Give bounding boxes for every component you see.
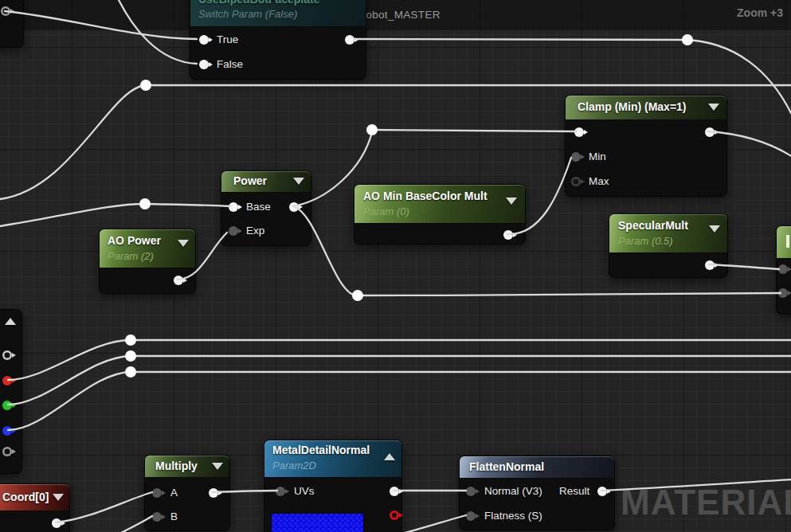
false-input-pin[interactable]	[199, 60, 209, 69]
output-pin[interactable]	[209, 488, 218, 498]
node-header[interactable]: AO Power Param (2)	[100, 229, 195, 268]
red-output-pin[interactable]	[2, 376, 12, 385]
node-header[interactable]: UseBipedBotFaceplate Switch Param (False…	[190, 0, 366, 27]
uvs-input-pin[interactable]	[276, 487, 285, 496]
node-subtitle: Param (2)	[108, 250, 154, 262]
node-specular-mult[interactable]: SpecularMult Param (0.5)	[609, 213, 728, 278]
output-pin[interactable]	[705, 127, 715, 137]
node-flatten-normal[interactable]: FlattenNormal Normal (V3) Result Flatnes…	[459, 456, 615, 530]
min-input-pin[interactable]	[571, 152, 581, 162]
node-header[interactable]: Coord[0]	[0, 484, 69, 511]
node-title: Multiply	[155, 460, 198, 472]
true-input-pin[interactable]	[199, 35, 209, 45]
clipped-title-fragment	[786, 235, 789, 248]
material-graph-canvas[interactable]: M_Robot_MASTER Zoom +3 MATERIAL UseBiped…	[0, 0, 791, 532]
pin-label-b: B	[170, 510, 178, 522]
result-output-pin[interactable]	[597, 487, 607, 496]
node-title: Power	[233, 174, 267, 187]
output-pin[interactable]	[174, 276, 183, 285]
node-title: UseBipedBotFaceplate	[198, 0, 319, 6]
node-multiply[interactable]: Multiply A B	[144, 455, 230, 531]
pin-label-false: False	[217, 58, 243, 70]
node-subtitle: Param2D	[272, 460, 316, 471]
node-subtitle: Switch Param (False)	[198, 8, 297, 20]
node-subtitle: Param (0.5)	[618, 235, 673, 247]
rgb-output-pin[interactable]	[2, 350, 12, 360]
pin-label-result: Result	[559, 485, 589, 497]
base-input-pin[interactable]	[229, 202, 238, 212]
node-header[interactable]	[777, 226, 791, 259]
output-pin[interactable]	[705, 260, 715, 270]
node-ao-power[interactable]: AO Power Param (2)	[99, 229, 196, 294]
green-output-pin[interactable]	[2, 401, 12, 410]
normal-input-pin[interactable]	[466, 487, 476, 496]
node-header[interactable]: Clamp (Min) (Max=1)	[566, 96, 726, 120]
node-subtitle: Param (0)	[363, 205, 409, 217]
node-header[interactable]: MetalDetailNormal Param2D	[264, 440, 401, 478]
flatness-input-pin[interactable]	[466, 511, 476, 521]
output-pin[interactable]	[52, 518, 61, 528]
a-input-pin[interactable]	[152, 488, 162, 498]
dropdown-arrow-icon[interactable]	[708, 104, 719, 111]
node-power[interactable]: Power Base Exp	[221, 170, 311, 246]
pin-label-max: Max	[589, 175, 609, 187]
output-pin[interactable]	[345, 35, 354, 45]
dropdown-arrow-icon[interactable]	[53, 494, 64, 501]
node-switch-param[interactable]: UseBipedBotFaceplate Switch Param (False…	[190, 0, 366, 80]
pin-label-base: Base	[246, 201, 271, 213]
dropdown-arrow-icon[interactable]	[709, 225, 720, 233]
collapse-arrow-icon[interactable]	[5, 318, 16, 325]
dropdown-arrow-icon[interactable]	[293, 178, 304, 185]
pin-label-exp: Exp	[246, 225, 264, 237]
node-title: Coord[0]	[2, 491, 49, 503]
node-clamp[interactable]: Clamp (Min) (Max=1) Min Max	[565, 95, 727, 197]
output-pin[interactable]	[503, 230, 513, 240]
node-texcoord[interactable]: Coord[0]	[0, 483, 70, 532]
output-pin[interactable]	[390, 487, 399, 496]
dropdown-arrow-icon[interactable]	[212, 463, 223, 470]
node-texture-sample[interactable]	[0, 309, 22, 474]
pin-label-normal: Normal (V3)	[484, 485, 542, 497]
collapse-arrow-icon[interactable]	[384, 453, 395, 460]
max-input-pin[interactable]	[571, 177, 581, 186]
node-metal-detail-normal[interactable]: MetalDetailNormal Param2D UVs	[264, 440, 402, 532]
input-pin-2[interactable]	[778, 288, 788, 298]
node-title: AO Min BaseColor Mult	[363, 190, 488, 202]
node-topleft-partial[interactable]	[0, 0, 24, 48]
dropdown-arrow-icon[interactable]	[178, 240, 189, 247]
output-pin[interactable]	[289, 202, 299, 212]
pin-label-uvs: UVs	[294, 485, 315, 497]
node-header[interactable]: Power	[221, 171, 311, 193]
node-ao-min-basecolor-mult[interactable]: AO Min BaseColor Mult Param (0)	[354, 184, 526, 244]
value-input-pin[interactable]	[574, 127, 584, 137]
normal-map-preview	[271, 513, 364, 532]
node-header[interactable]: FlattenNormal	[460, 456, 614, 479]
node-title: MetalDetailNormal	[272, 444, 370, 456]
input-pin-1[interactable]	[778, 264, 788, 274]
node-title: FlattenNormal	[469, 460, 544, 473]
zoom-level-indicator: Zoom +3	[737, 6, 783, 19]
node-header[interactable]: SpecularMult Param (0.5)	[609, 214, 727, 253]
red-channel-pin[interactable]	[390, 510, 399, 520]
node-right-partial[interactable]	[776, 225, 791, 315]
output-pin[interactable]	[1, 6, 10, 16]
material-watermark: MATERIAL	[621, 483, 791, 522]
blue-output-pin[interactable]	[2, 426, 12, 436]
pin-label-flatness: Flatness (S)	[484, 510, 542, 522]
pin-label-true: True	[217, 33, 238, 45]
b-input-pin[interactable]	[152, 512, 162, 522]
node-title: Clamp (Min) (Max=1)	[578, 100, 687, 113]
node-header[interactable]: AO Min BaseColor Mult Param (0)	[354, 185, 525, 224]
pin-label-min: Min	[589, 151, 606, 162]
exp-input-pin[interactable]	[229, 226, 238, 236]
pin-label-a: A	[170, 487, 178, 499]
node-title: SpecularMult	[618, 219, 688, 232]
dropdown-arrow-icon[interactable]	[506, 198, 517, 205]
alpha-output-pin[interactable]	[2, 447, 12, 456]
node-header[interactable]: Multiply	[145, 456, 229, 478]
node-title: AO Power	[108, 234, 161, 247]
